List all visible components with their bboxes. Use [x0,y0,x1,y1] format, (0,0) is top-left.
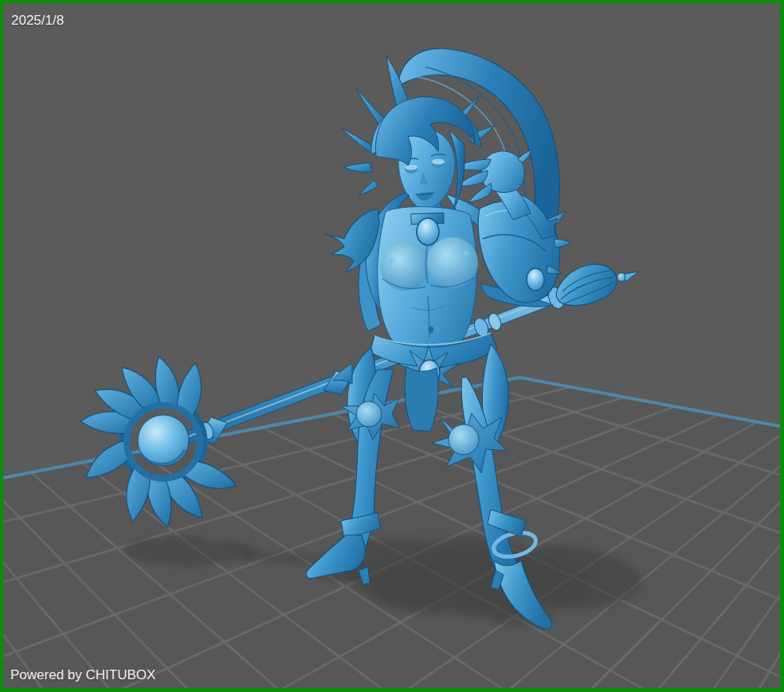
brooch-gem [417,218,439,245]
torso [378,207,478,360]
knee-orb [449,424,479,455]
breast-left [380,241,429,291]
pauldron-gem [527,268,544,291]
viewport-3d[interactable] [3,3,780,688]
thigh-orb [356,401,382,427]
date-label: 2025/1/8 [11,13,64,29]
navel [429,326,433,334]
breast-right [427,237,478,288]
watermark-label: Powered by CHITUBOX [10,667,155,683]
capture-frame: 2025/1/8 Powered by CHITUBOX [0,0,784,692]
